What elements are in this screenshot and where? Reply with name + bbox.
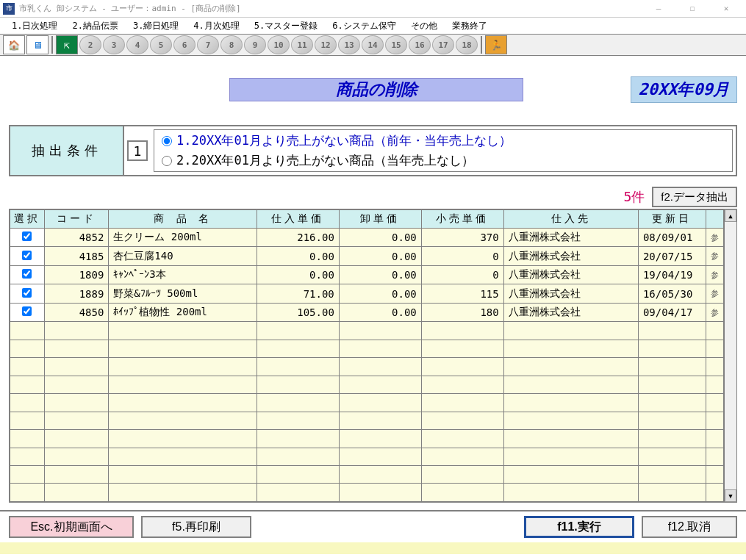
row-checkbox-cell[interactable] [10, 247, 45, 265]
cell-supplier[interactable]: 八重洲株式会社 [503, 265, 638, 284]
toolbar-num-12[interactable]: 12 [315, 35, 337, 54]
condition-radio-2[interactable] [162, 156, 172, 166]
table-row[interactable] [10, 376, 724, 393]
col-code[interactable]: コード [44, 210, 109, 229]
col-updated[interactable]: 更新日 [638, 210, 706, 229]
table-row[interactable]: 1809ｷｬﾝﾍﾟｰﾝ3本0.000.000八重洲株式会社19/04/19参 [10, 265, 724, 284]
row-checkbox-cell[interactable] [10, 284, 45, 303]
toolbar-num-4[interactable]: 4 [126, 35, 148, 54]
cell-ref-button[interactable]: 参 [706, 229, 723, 247]
cell-wholesale[interactable]: 0.00 [339, 303, 421, 321]
minimize-button[interactable]: — [642, 0, 675, 18]
table-row[interactable] [10, 358, 724, 376]
col-wholesale[interactable]: 卸単価 [339, 210, 421, 229]
cell-cost[interactable]: 71.00 [257, 284, 339, 303]
cell-ref-button[interactable]: 参 [706, 265, 723, 284]
cell-name[interactable]: 生クリーム 200ml [109, 229, 257, 247]
col-retail[interactable]: 小売単価 [421, 210, 503, 229]
toolbar-num-13[interactable]: 13 [338, 35, 360, 54]
exit-icon[interactable]: 🏃 [485, 35, 507, 54]
cell-wholesale[interactable]: 0.00 [339, 247, 421, 265]
cell-retail[interactable]: 180 [421, 303, 503, 321]
home-icon[interactable]: 🏠 [3, 35, 25, 54]
f12-button[interactable]: f12.取消 [642, 516, 737, 538]
condition-radio-1[interactable] [162, 136, 172, 146]
scroll-up-icon[interactable]: ▲ [725, 209, 736, 222]
cell-name[interactable]: 野菜&ﾌﾙｰﾂ 500ml [109, 284, 257, 303]
table-row[interactable] [10, 394, 724, 412]
toolbar-num-16[interactable]: 16 [409, 35, 431, 54]
row-checkbox[interactable] [22, 269, 32, 279]
table-row[interactable] [10, 340, 724, 357]
cell-updated[interactable]: 16/05/30 [638, 284, 706, 303]
col-supplier[interactable]: 仕入先 [503, 210, 638, 229]
scroll-down-icon[interactable]: ▼ [725, 489, 736, 502]
cell-name[interactable]: ｷｬﾝﾍﾟｰﾝ3本 [109, 265, 257, 284]
row-checkbox[interactable] [22, 231, 32, 241]
esc-button[interactable]: Esc.初期画面へ [9, 516, 134, 538]
row-checkbox-cell[interactable] [10, 303, 45, 321]
row-checkbox-cell[interactable] [10, 265, 45, 284]
cell-ref-button[interactable]: 参 [706, 247, 723, 265]
toolbar-num-14[interactable]: 14 [362, 35, 384, 54]
cell-code[interactable]: 4850 [44, 303, 109, 321]
table-row[interactable] [10, 465, 724, 483]
maximize-button[interactable]: ☐ [675, 0, 709, 18]
cell-retail[interactable]: 0 [421, 247, 503, 265]
cell-name[interactable]: 杏仁豆腐140 [109, 247, 257, 265]
menu-closing[interactable]: 3.締日処理 [126, 18, 186, 34]
toolbar-num-11[interactable]: 11 [291, 35, 313, 54]
table-row[interactable] [10, 412, 724, 429]
tool-icon[interactable]: ⇱ [56, 35, 78, 54]
toolbar-num-7[interactable]: 7 [197, 35, 219, 54]
f5-button[interactable]: f5.再印刷 [141, 516, 251, 538]
col-select[interactable]: 選択 [10, 210, 45, 229]
cell-cost[interactable]: 216.00 [257, 229, 339, 247]
toolbar-num-10[interactable]: 10 [268, 35, 290, 54]
menu-daily[interactable]: 1.日次処理 [4, 18, 65, 34]
cell-code[interactable]: 4185 [44, 247, 109, 265]
cell-wholesale[interactable]: 0.00 [339, 229, 421, 247]
cell-supplier[interactable]: 八重洲株式会社 [503, 303, 638, 321]
cell-code[interactable]: 1809 [44, 265, 109, 284]
f11-button[interactable]: f11.実行 [524, 516, 634, 538]
cell-code[interactable]: 4852 [44, 229, 109, 247]
toolbar-num-2[interactable]: 2 [79, 35, 101, 54]
cell-updated[interactable]: 09/04/17 [638, 303, 706, 321]
table-row[interactable]: 4850ﾎｲｯﾌﾟ植物性 200ml105.000.00180八重洲株式会社09… [10, 303, 724, 321]
menu-master[interactable]: 5.マスター登録 [247, 18, 325, 34]
table-row[interactable] [10, 484, 724, 502]
menu-system[interactable]: 6.システム保守 [325, 18, 403, 34]
row-checkbox-cell[interactable] [10, 229, 45, 247]
grid-scrollbar[interactable]: ▲ ▼ [724, 209, 736, 502]
cell-supplier[interactable]: 八重洲株式会社 [503, 247, 638, 265]
toolbar-num-8[interactable]: 8 [220, 35, 243, 54]
col-cost[interactable]: 仕入単価 [257, 210, 339, 229]
screen-icon[interactable]: 🖥 [26, 35, 49, 54]
row-checkbox[interactable] [22, 306, 32, 316]
menu-exit[interactable]: 業務終了 [445, 18, 495, 34]
table-row[interactable]: 4852生クリーム 200ml216.000.00370八重洲株式会社08/09… [10, 229, 724, 247]
condition-option-1[interactable]: 1.20XX年01月より売上がない商品（前年・当年売上なし） [162, 132, 725, 149]
condition-option-2[interactable]: 2.20XX年01月より売上がない商品（当年売上なし） [162, 152, 725, 169]
cell-updated[interactable]: 19/04/19 [638, 265, 706, 284]
toolbar-num-3[interactable]: 3 [103, 35, 125, 54]
cell-cost[interactable]: 105.00 [257, 303, 339, 321]
cell-updated[interactable]: 20/07/15 [638, 247, 706, 265]
cell-supplier[interactable]: 八重洲株式会社 [503, 284, 638, 303]
cell-code[interactable]: 1889 [44, 284, 109, 303]
cell-wholesale[interactable]: 0.00 [339, 284, 421, 303]
toolbar-num-6[interactable]: 6 [173, 35, 196, 54]
toolbar-num-9[interactable]: 9 [244, 35, 266, 54]
extract-button[interactable]: f2.データ抽出 [652, 187, 737, 207]
table-row[interactable] [10, 322, 724, 340]
cell-cost[interactable]: 0.00 [257, 265, 339, 284]
col-name[interactable]: 商 品 名 [109, 210, 257, 229]
cell-retail[interactable]: 115 [421, 284, 503, 303]
toolbar-num-15[interactable]: 15 [385, 35, 407, 54]
cell-ref-button[interactable]: 参 [706, 284, 723, 303]
menu-other[interactable]: その他 [404, 18, 445, 34]
menu-delivery[interactable]: 2.納品伝票 [65, 18, 125, 34]
condition-selected-num[interactable]: 1 [127, 140, 148, 161]
toolbar-num-17[interactable]: 17 [432, 35, 454, 54]
